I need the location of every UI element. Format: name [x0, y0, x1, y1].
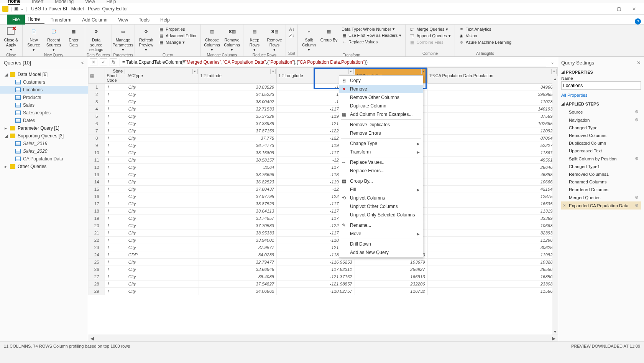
- row-number[interactable]: 22: [89, 237, 105, 244]
- cell[interactable]: 38.4088: [199, 273, 277, 280]
- caret-icon[interactable]: ◢: [561, 69, 564, 74]
- row-number[interactable]: 10: [89, 149, 105, 157]
- cell[interactable]: I: [105, 244, 126, 251]
- cell[interactable]: I: [105, 237, 126, 244]
- menu-item[interactable]: Add as New Query: [339, 248, 423, 257]
- cell[interactable]: 34.05223: [199, 91, 277, 98]
- menu-item[interactable]: ✎Rename...: [339, 221, 423, 229]
- menu-item[interactable]: Duplicate Column: [339, 102, 423, 110]
- cell[interactable]: City: [126, 208, 199, 215]
- cell[interactable]: City: [126, 193, 199, 200]
- cell[interactable]: 266468: [427, 164, 557, 171]
- cell[interactable]: 115669: [427, 288, 557, 295]
- row-number[interactable]: 26: [89, 266, 105, 273]
- row-number[interactable]: 8: [89, 135, 105, 142]
- cell[interactable]: I: [105, 200, 126, 208]
- cell[interactable]: -116.96253: [277, 259, 355, 266]
- cell[interactable]: I: [105, 280, 126, 288]
- table-row[interactable]: 14ICity36.82523-119.70292106666: [89, 178, 558, 186]
- table-row[interactable]: 29ICity34.06862-118.02757116732115669: [89, 288, 558, 295]
- cell[interactable]: 33.87529: [199, 200, 277, 208]
- queries-collapse-icon[interactable]: <: [81, 60, 84, 66]
- horizontal-scrollbar[interactable]: ◀ ▶: [88, 335, 558, 342]
- cell[interactable]: 119827: [427, 251, 557, 259]
- cell[interactable]: I: [105, 251, 126, 259]
- row-number[interactable]: 13: [89, 171, 105, 178]
- cell[interactable]: City: [126, 244, 199, 251]
- cell[interactable]: I: [105, 208, 126, 215]
- cell[interactable]: City: [126, 106, 199, 113]
- cell[interactable]: I: [105, 186, 126, 193]
- cell[interactable]: 33.95333: [199, 229, 277, 237]
- help-icon[interactable]: ?: [635, 18, 641, 25]
- group-by-button[interactable]: ▦Group By: [319, 25, 338, 43]
- maximize-button[interactable]: ▢: [611, 3, 626, 15]
- menu-item[interactable]: Remove Duplicates: [339, 120, 423, 129]
- formula-cancel-button[interactable]: ✕: [90, 58, 97, 66]
- row-number[interactable]: 14: [89, 178, 105, 186]
- close-button[interactable]: ✕: [626, 3, 642, 15]
- cell[interactable]: I: [105, 288, 126, 295]
- query-node[interactable]: Products: [0, 94, 88, 101]
- table-row[interactable]: 21ICity33.95333-117.39611323935: [89, 229, 558, 237]
- cell[interactable]: 106666: [427, 178, 557, 186]
- cell[interactable]: City: [126, 142, 199, 149]
- ribbon-tab-transform[interactable]: Transform: [46, 16, 76, 24]
- cell[interactable]: 37.70583: [199, 222, 277, 229]
- table-row[interactable]: 27ICity38.4088-121.37162166913168503: [89, 273, 558, 280]
- cell[interactable]: City: [126, 127, 199, 135]
- cell[interactable]: 34.06862: [199, 288, 277, 295]
- row-number[interactable]: 27: [89, 273, 105, 280]
- query-node[interactable]: CA Population Data: [0, 155, 88, 163]
- table-row[interactable]: 17ICity33.87529-117.56644165355: [89, 200, 558, 208]
- table-row[interactable]: 23ICity37.9577-121.29078306283: [89, 244, 558, 251]
- recent-sources-button[interactable]: 📑Recent Sources ▾: [44, 25, 63, 53]
- cell[interactable]: City: [126, 222, 199, 229]
- folder-node[interactable]: ▸Parameter Query [1]: [0, 124, 88, 132]
- cell[interactable]: I: [105, 98, 126, 106]
- row-number[interactable]: 15: [89, 186, 105, 193]
- advanced-editor-button[interactable]: ▦Advanced Editor: [157, 33, 198, 39]
- top-insert[interactable]: Insert: [32, 0, 43, 4]
- row-number[interactable]: 25: [89, 259, 105, 266]
- ribbon-tab-tools[interactable]: Tools: [134, 16, 154, 24]
- row-number[interactable]: 3: [89, 98, 105, 106]
- row-number[interactable]: 28: [89, 280, 105, 288]
- cell[interactable]: 468883: [427, 171, 557, 178]
- cell[interactable]: City: [126, 113, 199, 120]
- cell[interactable]: I: [105, 135, 126, 142]
- cell[interactable]: 103679: [355, 259, 427, 266]
- table-row[interactable]: 24ICDP34.0239-118.17202127610119827: [89, 251, 558, 259]
- cell[interactable]: 110730: [427, 98, 557, 106]
- cell[interactable]: 33.83529: [199, 84, 277, 91]
- cell[interactable]: I: [105, 164, 126, 171]
- cell[interactable]: 33.74557: [199, 215, 277, 222]
- table-row[interactable]: 1ICity33.83529-117.914349668: [89, 84, 558, 91]
- table-row[interactable]: 2ICity34.05223-118.2433959657: [89, 91, 558, 98]
- table-row[interactable]: 28ICity37.54827-121.98857232206233083: [89, 280, 558, 288]
- cell[interactable]: 37.9577: [199, 244, 277, 251]
- cell[interactable]: City: [126, 98, 199, 106]
- file-tab[interactable]: File: [7, 15, 25, 25]
- sort-desc-button[interactable]: Z↓: [289, 33, 294, 38]
- menu-item[interactable]: ⟲Unpivot Columns: [339, 194, 423, 202]
- row-number[interactable]: 21: [89, 229, 105, 237]
- query-node[interactable]: Locations: [0, 86, 88, 94]
- cell[interactable]: 33.15809: [199, 149, 277, 157]
- choose-columns-button[interactable]: ▥Choose Columns ▾: [202, 25, 222, 53]
- cell[interactable]: City: [126, 266, 199, 273]
- menu-item[interactable]: Remove Errors: [339, 129, 423, 137]
- cell[interactable]: 37.33939: [199, 120, 277, 127]
- column-header[interactable]: 1.2Latitude▾: [199, 68, 277, 84]
- scroll-up-icon[interactable]: ▲: [553, 77, 557, 81]
- menu-item[interactable]: Unpivot Only Selected Columns: [339, 211, 423, 219]
- data-source-settings-button[interactable]: ⚙Data source settings: [87, 25, 106, 53]
- row-number[interactable]: 2: [89, 91, 105, 98]
- applied-step[interactable]: Changed Type: [561, 124, 641, 132]
- query-node[interactable]: Customers: [0, 78, 88, 86]
- replace-values-button[interactable]: ↔Replace Values: [340, 39, 403, 45]
- cell[interactable]: I: [105, 113, 126, 120]
- query-node[interactable]: Sales_2020: [0, 147, 88, 155]
- cell[interactable]: 36.74773: [199, 142, 277, 149]
- settings-close-icon[interactable]: ✕: [637, 60, 641, 66]
